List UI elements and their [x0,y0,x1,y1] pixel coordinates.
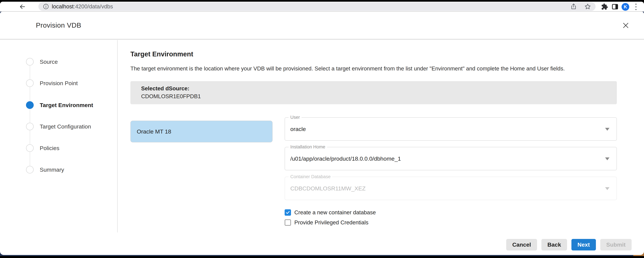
step-label: Target Environment [40,102,93,109]
side-panel-icon[interactable] [612,3,618,10]
checkbox-label: Create a new container database [294,209,376,216]
modal-title: Provision VDB [36,21,81,29]
site-info-icon[interactable] [43,3,49,10]
back-button[interactable]: Back [542,239,567,251]
stepper-content-divider [117,40,118,232]
user-field-label: User [289,115,302,120]
url-host: localhost [52,3,74,9]
dropdown-arrow-icon [605,157,610,160]
create-container-db-checkbox-row[interactable]: Create a new container database [284,209,376,216]
cancel-button[interactable]: Cancel [506,239,537,251]
modal-body: Source Provision Point Target Environmen… [0,40,644,255]
container-database-field-label: Container Database [289,174,332,179]
step-provision-point[interactable]: Provision Point [26,79,78,87]
close-icon[interactable] [622,22,630,29]
container-database-select-field[interactable]: Container Database CDBCDOMLOSR11MW_XEZ [284,177,617,200]
environment-list-item-selected[interactable]: Oracle MT 18 [130,121,272,142]
browser-menu-icon[interactable] [634,4,637,10]
installation-home-field-label: Installation Home [289,144,327,149]
privileged-credentials-checkbox-row[interactable]: Provide Privileged Credentials [284,219,368,226]
stepper-connector-line [30,62,30,170]
step-label: Summary [40,166,64,173]
step-label: Source [40,59,58,65]
step-circle [26,144,34,152]
step-circle [26,166,34,173]
page-description: The target environment is the location w… [130,65,617,72]
user-select-field[interactable]: User oracle [284,117,617,141]
step-summary[interactable]: Summary [26,166,64,173]
selected-dsource-panel: Selected dSource: CDOMLOSR1E0FPDB1 [130,81,617,104]
step-policies[interactable]: Policies [26,144,59,152]
selected-dsource-label: Selected dSource: [141,85,617,92]
profile-avatar[interactable]: K [622,3,629,11]
checkbox-unchecked-icon[interactable] [284,219,291,226]
back-icon[interactable] [19,3,26,10]
modal-footer: Cancel Back Next Submit [506,239,632,251]
step-circle [26,123,34,130]
container-database-field-value: CDBCDOMLOSR11MW_XEZ [290,185,366,192]
bookmark-star-icon[interactable] [584,3,591,10]
extensions-puzzle-icon[interactable] [601,3,608,10]
step-circle [26,79,34,87]
step-label: Target Configuration [40,123,91,130]
modal-header: Provision VDB [0,12,644,39]
checkbox-checked-icon[interactable] [284,209,291,216]
dropdown-arrow-icon [605,128,610,131]
step-source[interactable]: Source [26,58,58,66]
url-path: :4200/data/vdbs [74,3,113,9]
step-circle [26,58,34,66]
selected-dsource-value: CDOMLOSR1E0FPDB1 [141,93,617,100]
provision-vdb-modal: Provision VDB Source Provision Point Tar… [0,12,644,255]
next-button[interactable]: Next [572,239,596,251]
step-circle-active [26,101,34,109]
step-label: Policies [40,145,59,151]
address-bar[interactable]: localhost:4200/data/vdbs [38,2,596,11]
dropdown-arrow-icon [605,187,610,190]
installation-home-field-value: /u01/app/oracle/product/18.0.0.0/dbhome_… [290,155,401,162]
share-icon[interactable] [570,3,577,10]
submit-button[interactable]: Submit [600,239,632,251]
browser-toolbar: localhost:4200/data/vdbs K [0,2,644,12]
checkbox-label: Provide Privileged Credentials [294,219,368,226]
step-label: Provision Point [40,80,78,87]
step-target-configuration[interactable]: Target Configuration [26,123,91,130]
step-target-environment[interactable]: Target Environment [26,101,93,109]
environment-name: Oracle MT 18 [137,128,171,135]
installation-home-select-field[interactable]: Installation Home /u01/app/oracle/produc… [284,147,617,170]
page-title: Target Environment [130,50,193,58]
url-text[interactable]: localhost:4200/data/vdbs [52,3,563,10]
user-field-value: oracle [290,126,306,132]
